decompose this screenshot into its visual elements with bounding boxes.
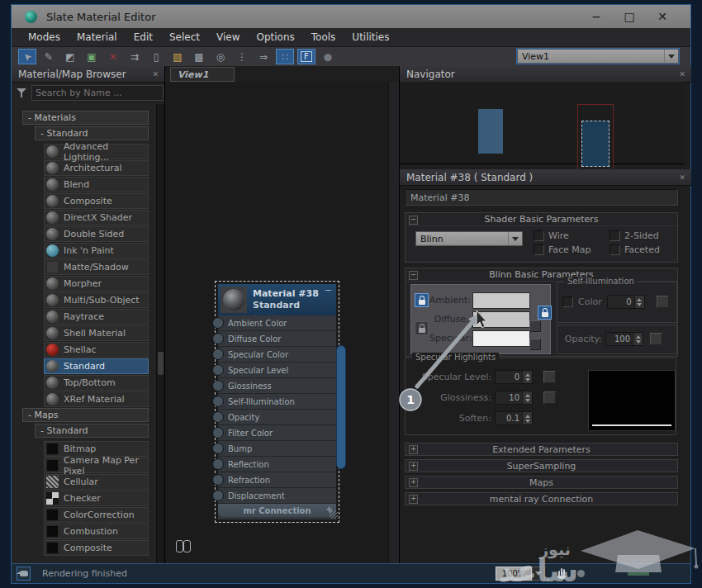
slot-socket-icon[interactable]	[212, 380, 224, 391]
browser-row[interactable]: - Standard	[35, 424, 149, 438]
parameter-editor-icon[interactable]: F	[297, 49, 315, 64]
collapsed-rollout[interactable]: + SuperSampling	[405, 459, 678, 472]
node-slot[interactable]: Ambient Color	[218, 315, 336, 331]
canvas-scrollbar[interactable]	[388, 83, 399, 564]
menu-item[interactable]: Material	[69, 31, 126, 43]
layout-all-vertical-icon[interactable]: ⋮	[233, 49, 251, 64]
slot-socket-icon[interactable]	[212, 443, 224, 454]
close-icon[interactable]: ✕	[679, 173, 685, 182]
delete-selected-icon[interactable]: ✕	[104, 49, 122, 64]
value-spinner[interactable]: 0.1	[495, 411, 533, 425]
spinner-arrows-icon[interactable]	[634, 296, 644, 308]
layout-children-icon[interactable]: ⇒	[254, 49, 273, 64]
menu-item[interactable]: View	[208, 31, 248, 43]
expand-icon[interactable]: +	[409, 478, 418, 487]
zoom-dropdown-button[interactable]	[532, 567, 545, 581]
browser-panel-header[interactable]: Material/Map Browser ✕	[12, 66, 164, 83]
node-slot[interactable]: Diffuse Color	[218, 331, 336, 347]
slot-socket-icon[interactable]	[212, 474, 224, 486]
material-node[interactable]: Material #38 Standard − Ambient Color	[218, 284, 336, 519]
node-footer[interactable]: mr Connection +	[218, 504, 336, 517]
material-id-channel-icon[interactable]: ◎	[211, 49, 230, 64]
spinner-arrows-icon[interactable]	[522, 412, 532, 424]
collapsed-rollout[interactable]: + Extended Parameters	[405, 443, 678, 456]
material-name-field[interactable]: Material #38	[405, 189, 678, 206]
pan-to-selected-icon[interactable]: ∷	[276, 49, 294, 64]
browser-row[interactable]: Camera Map Per Pixel	[44, 458, 149, 473]
node-resize-grip[interactable]	[330, 510, 338, 519]
browser-row[interactable]: DirectX Shader	[44, 210, 149, 225]
view1-tab[interactable]: View1	[170, 67, 235, 82]
node-scroll-indicator[interactable]	[336, 345, 346, 469]
browser-row[interactable]: Raytrace	[44, 309, 149, 325]
collapsed-rollout[interactable]: + mental ray Connection	[405, 492, 678, 505]
browser-row[interactable]: Shellac	[44, 342, 149, 358]
spinner-arrows-icon[interactable]	[522, 391, 532, 404]
title-bar[interactable]: Slate Material Editor − □ ✕	[12, 5, 690, 28]
filter-funnel-icon[interactable]	[17, 88, 26, 97]
material-params-header[interactable]: Material #38 ( Standard ) ✕	[400, 169, 691, 186]
close-icon[interactable]: ✕	[679, 70, 685, 78]
minimize-button[interactable]: −	[580, 10, 613, 23]
browser-row[interactable]: Composite	[44, 540, 149, 556]
checkbox-icon[interactable]	[610, 230, 620, 241]
value-spinner[interactable]: 0	[495, 370, 533, 384]
browser-row[interactable]: Cellular	[44, 474, 149, 490]
browser-row[interactable]: - Maps	[22, 408, 149, 422]
slot-socket-icon[interactable]	[212, 411, 224, 423]
spinner-arrows-icon[interactable]	[633, 333, 643, 345]
node-slot[interactable]: Glossiness	[218, 378, 336, 394]
browser-row[interactable]: ColorCorrection	[44, 507, 149, 523]
browser-row[interactable]: Blend	[44, 177, 149, 192]
node-slot[interactable]: Bump	[218, 441, 336, 457]
slot-socket-icon[interactable]	[212, 349, 224, 360]
diffuse-map-button[interactable]	[529, 320, 541, 332]
map-shortcut-button[interactable]	[543, 391, 556, 404]
node-slot[interactable]: Self-Illumination	[218, 394, 336, 410]
node-slot[interactable]: Filter Color	[218, 425, 336, 441]
rollout-header[interactable]: − Shader Basic Parameters	[406, 213, 677, 226]
assign-material-to-selection-icon[interactable]: ▣	[83, 49, 101, 64]
self-illumination-spinner[interactable]: 0	[607, 295, 645, 309]
map-shortcut-button[interactable]	[543, 371, 556, 383]
lock-color-map-button[interactable]	[538, 306, 552, 320]
zoom-value-field[interactable]: 100%	[496, 567, 532, 581]
menu-item[interactable]: Edit	[126, 31, 161, 43]
checkbox-icon[interactable]	[610, 244, 620, 255]
navigator-header[interactable]: Navigator ✕	[400, 66, 691, 83]
node-header[interactable]: Material #38 Standard −	[218, 284, 336, 315]
menu-item[interactable]: Tools	[303, 31, 344, 43]
collapse-icon[interactable]: −	[409, 216, 418, 225]
view-selector-dropdown[interactable]: View1	[517, 49, 679, 64]
shader-checkbox[interactable]: Wire	[534, 230, 610, 241]
node-collapse-icon[interactable]: −	[325, 285, 332, 296]
lock-ambient-diffuse-button[interactable]	[415, 293, 429, 307]
node-slot[interactable]: Specular Color	[218, 347, 336, 363]
value-spinner[interactable]: 10	[495, 391, 533, 405]
node-slot[interactable]: Specular Level	[218, 363, 336, 378]
show-shaded-material-icon[interactable]: ▨	[168, 49, 187, 64]
move-children-icon[interactable]: ⇉	[126, 49, 144, 64]
lock-diffuse-specular-button[interactable]	[415, 321, 429, 335]
specular-map-button[interactable]	[529, 339, 541, 350]
shader-type-dropdown[interactable]: Blinn	[415, 231, 523, 246]
node-slot[interactable]: Displacement	[218, 488, 336, 504]
menu-item[interactable]: Select	[161, 31, 208, 43]
spinner-arrows-icon[interactable]	[522, 371, 532, 383]
expand-icon[interactable]: +	[409, 495, 418, 504]
browser-row[interactable]: Architectural	[44, 160, 149, 176]
browser-row[interactable]: Composite	[44, 193, 149, 209]
opacity-map-button[interactable]	[650, 333, 662, 345]
collapsed-rollout[interactable]: + Maps	[405, 476, 678, 489]
opacity-spinner[interactable]: 100	[605, 332, 643, 346]
navigator-selected-node-thumbnail[interactable]	[581, 121, 610, 167]
browser-row[interactable]: - Materials	[22, 111, 149, 125]
browser-row[interactable]: Checker	[44, 491, 149, 506]
checkbox-icon[interactable]	[534, 230, 544, 241]
collapse-icon[interactable]: −	[409, 271, 418, 280]
browser-row[interactable]: XRef Material	[44, 391, 149, 407]
shader-checkbox[interactable]: Faceted	[610, 244, 677, 255]
show-background-icon[interactable]: ▩	[190, 49, 208, 64]
node-canvas[interactable]: Material #38 Standard − Ambient Color	[165, 83, 399, 564]
browser-scrollbar[interactable]	[156, 104, 164, 564]
